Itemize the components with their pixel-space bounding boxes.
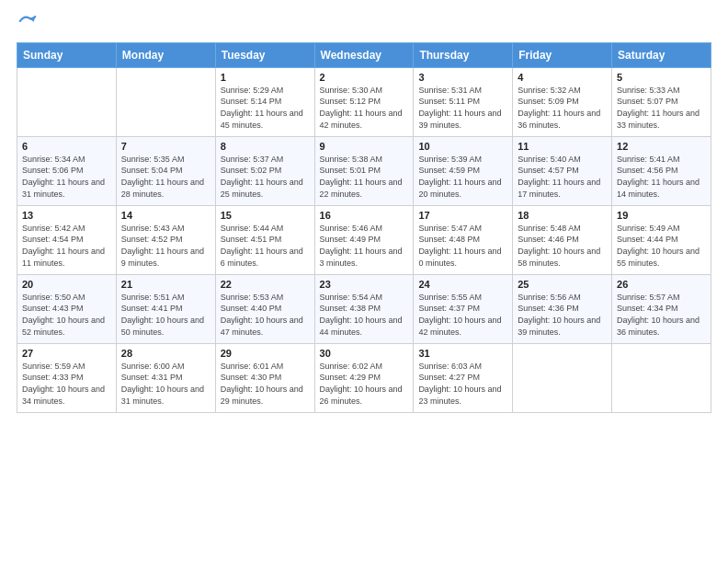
calendar-cell: 20Sunrise: 5:50 AM Sunset: 4:43 PM Dayli… [17,274,117,343]
calendar-cell: 9Sunrise: 5:38 AM Sunset: 5:01 PM Daylig… [314,136,414,205]
calendar-cell: 13Sunrise: 5:42 AM Sunset: 4:54 PM Dayli… [17,205,117,274]
calendar-week-row: 1Sunrise: 5:29 AM Sunset: 5:14 PM Daylig… [17,67,711,136]
day-info: Sunrise: 5:29 AM Sunset: 5:14 PM Dayligh… [221,85,310,131]
day-info: Sunrise: 5:46 AM Sunset: 4:49 PM Dayligh… [320,223,409,269]
logo-text [17,15,37,33]
day-number: 11 [518,141,607,152]
day-number: 3 [418,72,507,83]
calendar-cell: 7Sunrise: 5:35 AM Sunset: 5:04 PM Daylig… [116,136,215,205]
day-info: Sunrise: 5:53 AM Sunset: 4:40 PM Dayligh… [221,292,310,338]
calendar-day-header: Monday [116,42,215,67]
day-number: 7 [121,141,210,152]
calendar-cell: 4Sunrise: 5:32 AM Sunset: 5:09 PM Daylig… [513,67,612,136]
calendar-week-row: 27Sunrise: 5:59 AM Sunset: 4:33 PM Dayli… [17,343,711,412]
day-number: 29 [221,348,310,359]
day-info: Sunrise: 5:55 AM Sunset: 4:37 PM Dayligh… [418,292,507,338]
logo [17,15,37,33]
day-info: Sunrise: 5:40 AM Sunset: 4:57 PM Dayligh… [518,154,607,200]
day-info: Sunrise: 5:43 AM Sunset: 4:52 PM Dayligh… [121,223,210,269]
day-number: 22 [221,279,310,290]
calendar-cell: 21Sunrise: 5:51 AM Sunset: 4:41 PM Dayli… [116,274,215,343]
day-info: Sunrise: 5:31 AM Sunset: 5:11 PM Dayligh… [418,85,507,131]
calendar-cell: 8Sunrise: 5:37 AM Sunset: 5:02 PM Daylig… [215,136,314,205]
day-info: Sunrise: 5:32 AM Sunset: 5:09 PM Dayligh… [518,85,607,131]
calendar-cell: 5Sunrise: 5:33 AM Sunset: 5:07 PM Daylig… [612,67,711,136]
day-info: Sunrise: 6:00 AM Sunset: 4:31 PM Dayligh… [121,361,210,407]
calendar-week-row: 6Sunrise: 5:34 AM Sunset: 5:06 PM Daylig… [17,136,711,205]
day-number: 13 [22,210,111,221]
day-info: Sunrise: 5:51 AM Sunset: 4:41 PM Dayligh… [121,292,210,338]
day-number: 19 [617,210,706,221]
day-number: 20 [22,279,111,290]
calendar-week-row: 13Sunrise: 5:42 AM Sunset: 4:54 PM Dayli… [17,205,711,274]
calendar-cell: 14Sunrise: 5:43 AM Sunset: 4:52 PM Dayli… [116,205,215,274]
day-number: 5 [617,72,706,83]
calendar-cell: 26Sunrise: 5:57 AM Sunset: 4:34 PM Dayli… [612,274,711,343]
logo-icon [18,12,37,30]
calendar-cell: 25Sunrise: 5:56 AM Sunset: 4:36 PM Dayli… [513,274,612,343]
day-info: Sunrise: 5:34 AM Sunset: 5:06 PM Dayligh… [22,154,111,200]
calendar-cell: 2Sunrise: 5:30 AM Sunset: 5:12 PM Daylig… [314,67,414,136]
day-info: Sunrise: 5:56 AM Sunset: 4:36 PM Dayligh… [518,292,607,338]
day-number: 9 [320,141,409,152]
day-number: 26 [617,279,706,290]
calendar-cell [116,67,215,136]
day-number: 8 [221,141,310,152]
day-number: 25 [518,279,607,290]
calendar-cell: 28Sunrise: 6:00 AM Sunset: 4:31 PM Dayli… [116,343,215,412]
calendar-day-header: Friday [513,42,612,67]
calendar-day-header: Thursday [414,42,513,67]
day-number: 10 [418,141,507,152]
calendar-cell: 1Sunrise: 5:29 AM Sunset: 5:14 PM Daylig… [215,67,314,136]
calendar-cell: 19Sunrise: 5:49 AM Sunset: 4:44 PM Dayli… [612,205,711,274]
calendar-day-header: Saturday [612,42,711,67]
day-number: 31 [418,348,507,359]
calendar-day-header: Wednesday [314,42,414,67]
day-info: Sunrise: 5:42 AM Sunset: 4:54 PM Dayligh… [22,223,111,269]
day-info: Sunrise: 5:41 AM Sunset: 4:56 PM Dayligh… [617,154,706,200]
calendar-cell: 16Sunrise: 5:46 AM Sunset: 4:49 PM Dayli… [314,205,414,274]
day-info: Sunrise: 5:38 AM Sunset: 5:01 PM Dayligh… [320,154,409,200]
day-info: Sunrise: 5:35 AM Sunset: 5:04 PM Dayligh… [121,154,210,200]
day-info: Sunrise: 5:47 AM Sunset: 4:48 PM Dayligh… [418,223,507,269]
day-info: Sunrise: 5:39 AM Sunset: 4:59 PM Dayligh… [418,154,507,200]
calendar-cell: 11Sunrise: 5:40 AM Sunset: 4:57 PM Dayli… [513,136,612,205]
calendar-week-row: 20Sunrise: 5:50 AM Sunset: 4:43 PM Dayli… [17,274,711,343]
calendar-cell: 24Sunrise: 5:55 AM Sunset: 4:37 PM Dayli… [414,274,513,343]
day-number: 1 [221,72,310,83]
calendar-cell: 23Sunrise: 5:54 AM Sunset: 4:38 PM Dayli… [314,274,414,343]
day-info: Sunrise: 5:54 AM Sunset: 4:38 PM Dayligh… [320,292,409,338]
day-number: 24 [418,279,507,290]
day-info: Sunrise: 5:57 AM Sunset: 4:34 PM Dayligh… [617,292,706,338]
calendar-cell [17,67,117,136]
calendar-cell [612,343,711,412]
day-number: 30 [320,348,409,359]
calendar: SundayMondayTuesdayWednesdayThursdayFrid… [17,42,711,413]
day-number: 12 [617,141,706,152]
calendar-cell: 22Sunrise: 5:53 AM Sunset: 4:40 PM Dayli… [215,274,314,343]
day-info: Sunrise: 5:48 AM Sunset: 4:46 PM Dayligh… [518,223,607,269]
day-number: 6 [22,141,111,152]
calendar-cell: 18Sunrise: 5:48 AM Sunset: 4:46 PM Dayli… [513,205,612,274]
day-number: 4 [518,72,607,83]
page: SundayMondayTuesdayWednesdayThursdayFrid… [0,0,728,563]
calendar-cell: 6Sunrise: 5:34 AM Sunset: 5:06 PM Daylig… [17,136,117,205]
day-number: 21 [121,279,210,290]
day-number: 15 [221,210,310,221]
calendar-cell: 15Sunrise: 5:44 AM Sunset: 4:51 PM Dayli… [215,205,314,274]
day-info: Sunrise: 6:02 AM Sunset: 4:29 PM Dayligh… [320,361,409,407]
calendar-cell: 31Sunrise: 6:03 AM Sunset: 4:27 PM Dayli… [414,343,513,412]
day-info: Sunrise: 5:30 AM Sunset: 5:12 PM Dayligh… [320,85,409,131]
day-info: Sunrise: 5:50 AM Sunset: 4:43 PM Dayligh… [22,292,111,338]
day-number: 28 [121,348,210,359]
day-number: 2 [320,72,409,83]
calendar-cell: 3Sunrise: 5:31 AM Sunset: 5:11 PM Daylig… [414,67,513,136]
day-number: 17 [418,210,507,221]
day-number: 23 [320,279,409,290]
day-info: Sunrise: 6:03 AM Sunset: 4:27 PM Dayligh… [418,361,507,407]
calendar-cell [513,343,612,412]
day-number: 27 [22,348,111,359]
calendar-cell: 29Sunrise: 6:01 AM Sunset: 4:30 PM Dayli… [215,343,314,412]
day-number: 16 [320,210,409,221]
calendar-cell: 10Sunrise: 5:39 AM Sunset: 4:59 PM Dayli… [414,136,513,205]
